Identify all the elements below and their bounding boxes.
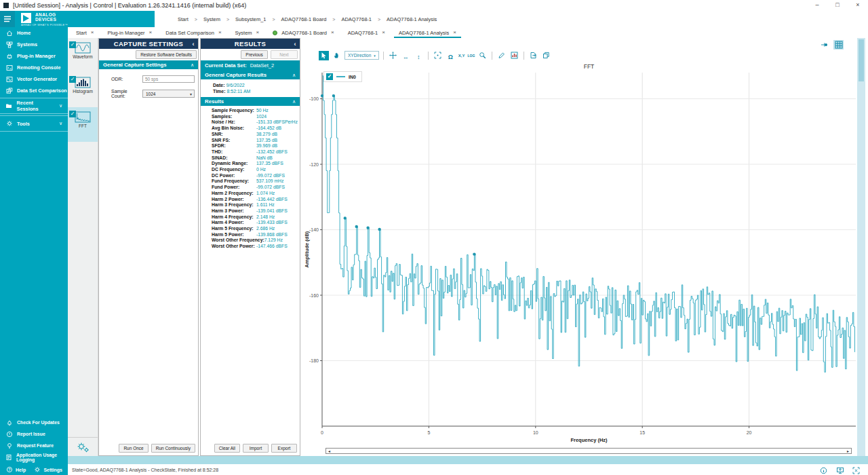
results-section-header[interactable]: Results (205, 98, 224, 104)
capture-settings-title: CAPTURE SETTINGS (114, 40, 183, 48)
tab-adaq7768-1-board[interactable]: ADAQ7768-1 Board× (266, 27, 340, 38)
breadcrumb-item[interactable]: Subsystem_1 (235, 16, 266, 22)
recent-sessions-folder-icon (5, 102, 13, 109)
import-button[interactable]: Import (243, 444, 269, 453)
view-checkbox[interactable] (69, 111, 76, 117)
sample-count-select[interactable]: 1024 ▾ (142, 90, 195, 98)
sidebar-item-data-set-comparison[interactable]: Data Set Comparison (0, 85, 68, 96)
tab-close-icon[interactable]: × (91, 30, 94, 35)
chart-horizontal-scrollbar[interactable]: ◄ ► (326, 448, 852, 454)
pin-button[interactable] (819, 40, 829, 50)
odr-input[interactable]: 50 sps (142, 75, 195, 83)
tab-close-icon[interactable]: × (382, 30, 385, 35)
export-image-button[interactable] (528, 51, 538, 60)
tab-close-icon[interactable]: × (149, 30, 153, 35)
run-continuously-button[interactable]: Run Continuously (151, 444, 195, 453)
tab-system[interactable]: System× (229, 27, 267, 38)
next-dataset-button[interactable]: Next (271, 50, 298, 59)
view-tile-label: Histogram (68, 89, 98, 94)
grid-view-button[interactable] (833, 40, 844, 50)
view-checkbox[interactable] (69, 76, 76, 83)
tab-close-icon[interactable]: × (256, 30, 260, 35)
previous-dataset-button[interactable]: Previous (241, 50, 268, 59)
general-capture-settings-header[interactable]: General Capture Settings (103, 62, 167, 68)
clear-all-button[interactable]: Clear All (214, 444, 240, 453)
view-tile-fft[interactable]: FFT (68, 107, 98, 142)
breadcrumb-item[interactable]: Start (178, 16, 189, 22)
zoom-select-button[interactable] (319, 51, 329, 60)
tab-close-icon[interactable]: × (331, 30, 334, 35)
tab-close-icon[interactable]: × (453, 30, 456, 35)
copy-image-button[interactable] (541, 51, 551, 60)
usage-monitor-button[interactable] (835, 466, 845, 475)
sidebar-item-remoting-console[interactable]: Remoting Console (0, 62, 68, 73)
tab-start[interactable]: Start× (69, 27, 101, 38)
tab-plug-in-manager[interactable]: Plug-in Manager× (101, 27, 159, 38)
marker-fundamental (332, 94, 335, 97)
pencil-button[interactable] (496, 51, 507, 60)
sidebar-item-home[interactable]: Home (0, 27, 68, 39)
breadcrumb-item[interactable]: ADAQ7768-1 Board (281, 16, 327, 22)
close-button[interactable]: × (848, 0, 868, 11)
h-arrows-icon: ↔ (403, 50, 409, 62)
svg-text:-140: -140 (309, 227, 319, 232)
sidebar-item-tools[interactable]: Tools∨ (0, 115, 68, 132)
pan-button[interactable] (332, 51, 342, 60)
breadcrumb-item[interactable]: System (203, 16, 220, 22)
magnifier-button[interactable] (477, 51, 488, 60)
tab-data-set-comparison[interactable]: Data Set Comparison× (159, 27, 228, 38)
view-checkbox[interactable] (69, 41, 76, 48)
fft-plot-container[interactable]: FFT-100-120-140-160-18005101520Frequency… (302, 62, 857, 448)
sidebar-item-help[interactable]: Help (16, 468, 26, 472)
sidebar-item-vector-generator[interactable]: Vector Generator (0, 73, 68, 85)
chart-report-button[interactable] (509, 51, 519, 60)
breadcrumb-item[interactable]: ADAQ7768-1 (341, 16, 372, 22)
tab-adaq7768-1[interactable]: ADAQ7768-1× (341, 27, 392, 38)
chart-vertical-scrollbar[interactable] (857, 38, 865, 456)
zoom-extents-icon (434, 52, 441, 59)
collapse-panel-icon[interactable]: ‹ (294, 41, 296, 48)
maximize-button[interactable]: □ (827, 0, 848, 11)
sidebar-item-request-feature[interactable]: Request Feature (0, 440, 68, 451)
chevron-up-icon[interactable]: ∧ (191, 62, 194, 68)
result-row: SNR:38.279 dB (212, 132, 300, 138)
chevron-up-icon[interactable]: ∧ (292, 99, 296, 104)
move-button[interactable] (388, 51, 398, 60)
toolbar-separator (524, 52, 524, 60)
sidebar-item-check-for-updates[interactable]: Check For Updates (0, 417, 68, 428)
sidebar-item-plug-in-manager[interactable]: Plug-in Manager (0, 50, 68, 62)
sidebar-item-settings[interactable]: Settings (43, 468, 62, 472)
analysis-view-bar: WaveformHistogramFFT (68, 38, 98, 456)
sidebar-item-systems[interactable]: Systems (0, 39, 68, 50)
export-button[interactable]: Export (271, 444, 297, 453)
hamburger-menu-button[interactable] (0, 11, 15, 27)
view-tile-waveform[interactable]: Waveform (68, 38, 98, 73)
run-once-button[interactable]: Run Once (119, 444, 148, 453)
general-capture-results-header[interactable]: General Capture Results (205, 72, 267, 78)
sidebar-item-recent-sessions[interactable]: Recent Sessions∨ (0, 98, 68, 114)
undo-zoom-button[interactable]: Ω (446, 51, 456, 60)
v-arrows-button[interactable]: ↕ (414, 51, 424, 60)
xy-coordinates-button[interactable]: X,Y (458, 54, 465, 58)
sidebar-item-report-issue[interactable]: Report Issue (0, 428, 68, 440)
result-row: DC Power:-99.072 dBFS (212, 173, 300, 179)
collapse-panel-icon[interactable]: ‹ (193, 41, 195, 48)
breadcrumb-item[interactable]: ADAQ7768-1 Analysis (387, 16, 437, 22)
zoom-extents-button[interactable] (433, 51, 443, 60)
scroll-right-arrow-icon[interactable]: ► (846, 449, 850, 453)
sidebar-item-application-usage-logging[interactable]: Application Usage Logging (0, 451, 68, 463)
status-dot-icon (273, 31, 277, 35)
chevron-up-icon[interactable]: ∧ (292, 73, 296, 78)
view-tile-histogram[interactable]: Histogram (68, 73, 98, 107)
tab-adaq7768-1-analysis[interactable]: ADAQ7768-1 Analysis× (392, 27, 463, 38)
info-button[interactable] (818, 466, 829, 475)
fit-window-button[interactable] (851, 466, 861, 475)
analysis-settings-gear-button[interactable] (68, 437, 98, 456)
scroll-left-arrow-icon[interactable]: ◄ (328, 449, 331, 453)
tab-close-icon[interactable]: × (218, 30, 222, 35)
restore-software-defaults-button[interactable]: Restore Software Defaults (136, 50, 197, 59)
xy-direction-dropdown[interactable]: XYDirection▾ (344, 51, 379, 60)
log-scale-button[interactable]: LOG (468, 54, 475, 58)
minimize-button[interactable]: – (807, 0, 827, 11)
h-arrows-button[interactable]: ↔ (401, 51, 411, 60)
